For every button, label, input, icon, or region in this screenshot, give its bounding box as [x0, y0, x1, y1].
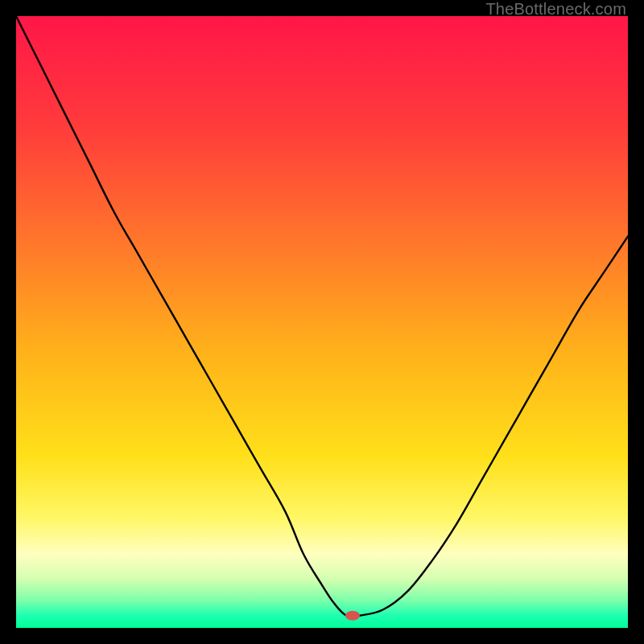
watermark-label: TheBottleneck.com [485, 0, 626, 19]
optimal-point [345, 611, 360, 621]
chart-frame: TheBottleneck.com [0, 0, 644, 644]
gradient-background [16, 16, 628, 628]
bottleneck-chart [16, 16, 628, 628]
plot-area [16, 16, 628, 628]
